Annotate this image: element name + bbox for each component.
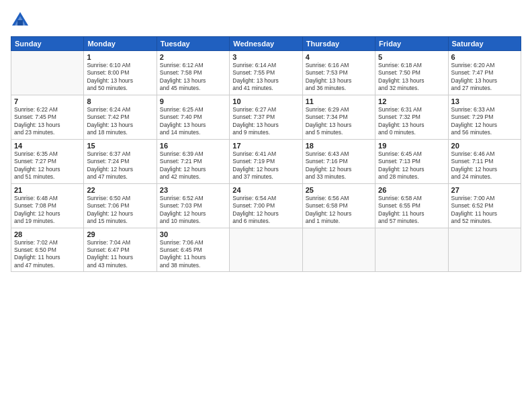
calendar-week-1: 1Sunrise: 6:10 AM Sunset: 8:00 PM Daylig… — [11, 51, 521, 95]
svg-rect-2 — [17, 20, 23, 26]
calendar-cell: 6Sunrise: 6:20 AM Sunset: 7:47 PM Daylig… — [448, 51, 521, 95]
day-number: 11 — [306, 97, 372, 105]
day-number: 2 — [160, 53, 226, 61]
day-number: 20 — [451, 142, 518, 150]
calendar-cell: 27Sunrise: 7:00 AM Sunset: 6:52 PM Dayli… — [448, 183, 521, 228]
day-info: Sunrise: 6:27 AM Sunset: 7:37 PM Dayligh… — [232, 106, 299, 137]
day-number: 3 — [232, 53, 299, 61]
day-number: 17 — [232, 142, 299, 150]
day-info: Sunrise: 6:46 AM Sunset: 7:11 PM Dayligh… — [451, 150, 518, 181]
day-number: 27 — [451, 186, 518, 194]
day-info: Sunrise: 7:02 AM Sunset: 6:50 PM Dayligh… — [14, 239, 81, 270]
calendar-cell: 25Sunrise: 6:56 AM Sunset: 6:58 PM Dayli… — [302, 183, 375, 228]
day-info: Sunrise: 6:35 AM Sunset: 7:27 PM Dayligh… — [14, 150, 81, 181]
calendar-cell: 24Sunrise: 6:54 AM Sunset: 7:00 PM Dayli… — [230, 183, 302, 228]
calendar-cell: 20Sunrise: 6:46 AM Sunset: 7:11 PM Dayli… — [448, 139, 521, 183]
calendar-cell: 5Sunrise: 6:18 AM Sunset: 7:50 PM Daylig… — [375, 51, 448, 95]
day-number: 26 — [378, 186, 445, 194]
calendar-cell: 17Sunrise: 6:41 AM Sunset: 7:19 PM Dayli… — [230, 139, 302, 183]
calendar-header-thursday: Thursday — [302, 37, 375, 51]
calendar: SundayMondayTuesdayWednesdayThursdayFrid… — [11, 36, 521, 272]
day-number: 13 — [451, 97, 518, 105]
day-info: Sunrise: 6:54 AM Sunset: 7:00 PM Dayligh… — [232, 195, 299, 226]
day-number: 16 — [160, 142, 226, 150]
day-info: Sunrise: 6:16 AM Sunset: 7:53 PM Dayligh… — [306, 62, 372, 93]
calendar-header-tuesday: Tuesday — [157, 37, 229, 51]
day-number: 30 — [160, 230, 226, 238]
day-info: Sunrise: 6:41 AM Sunset: 7:19 PM Dayligh… — [232, 150, 299, 181]
day-info: Sunrise: 6:31 AM Sunset: 7:32 PM Dayligh… — [378, 106, 445, 137]
day-info: Sunrise: 6:48 AM Sunset: 7:08 PM Dayligh… — [14, 195, 81, 226]
day-number: 22 — [87, 186, 153, 194]
day-info: Sunrise: 6:22 AM Sunset: 7:45 PM Dayligh… — [14, 106, 81, 137]
day-info: Sunrise: 6:10 AM Sunset: 8:00 PM Dayligh… — [87, 62, 153, 93]
day-number: 23 — [160, 186, 226, 194]
day-info: Sunrise: 7:06 AM Sunset: 6:45 PM Dayligh… — [160, 239, 226, 270]
calendar-cell: 22Sunrise: 6:50 AM Sunset: 7:06 PM Dayli… — [84, 183, 157, 228]
calendar-header-row: SundayMondayTuesdayWednesdayThursdayFrid… — [11, 37, 521, 51]
day-info: Sunrise: 6:52 AM Sunset: 7:03 PM Dayligh… — [160, 195, 226, 226]
day-info: Sunrise: 6:50 AM Sunset: 7:06 PM Dayligh… — [87, 195, 153, 226]
calendar-week-3: 14Sunrise: 6:35 AM Sunset: 7:27 PM Dayli… — [11, 139, 521, 183]
calendar-cell: 10Sunrise: 6:27 AM Sunset: 7:37 PM Dayli… — [230, 95, 302, 139]
calendar-week-4: 21Sunrise: 6:48 AM Sunset: 7:08 PM Dayli… — [11, 183, 521, 228]
header — [11, 11, 521, 30]
day-number: 9 — [160, 97, 226, 105]
calendar-cell: 29Sunrise: 7:04 AM Sunset: 6:47 PM Dayli… — [84, 228, 157, 272]
day-info: Sunrise: 6:39 AM Sunset: 7:21 PM Dayligh… — [160, 150, 226, 181]
calendar-cell: 26Sunrise: 6:58 AM Sunset: 6:55 PM Dayli… — [375, 183, 448, 228]
day-info: Sunrise: 6:37 AM Sunset: 7:24 PM Dayligh… — [87, 150, 153, 181]
logo-icon — [11, 11, 30, 30]
day-number: 1 — [87, 53, 153, 61]
day-number: 10 — [232, 97, 299, 105]
calendar-cell: 30Sunrise: 7:06 AM Sunset: 6:45 PM Dayli… — [157, 228, 229, 272]
day-number: 12 — [378, 97, 445, 105]
day-info: Sunrise: 7:00 AM Sunset: 6:52 PM Dayligh… — [451, 195, 518, 226]
day-number: 19 — [378, 142, 445, 150]
calendar-cell: 16Sunrise: 6:39 AM Sunset: 7:21 PM Dayli… — [157, 139, 229, 183]
calendar-header-wednesday: Wednesday — [230, 37, 302, 51]
day-info: Sunrise: 6:12 AM Sunset: 7:58 PM Dayligh… — [160, 62, 226, 93]
day-number: 28 — [14, 230, 81, 238]
day-info: Sunrise: 6:14 AM Sunset: 7:55 PM Dayligh… — [232, 62, 299, 93]
calendar-week-5: 28Sunrise: 7:02 AM Sunset: 6:50 PM Dayli… — [11, 228, 521, 272]
logo — [11, 11, 32, 30]
calendar-cell: 28Sunrise: 7:02 AM Sunset: 6:50 PM Dayli… — [11, 228, 84, 272]
day-info: Sunrise: 6:18 AM Sunset: 7:50 PM Dayligh… — [378, 62, 445, 93]
day-number: 8 — [87, 97, 153, 105]
day-info: Sunrise: 6:25 AM Sunset: 7:40 PM Dayligh… — [160, 106, 226, 137]
calendar-header-sunday: Sunday — [11, 37, 84, 51]
calendar-cell: 8Sunrise: 6:24 AM Sunset: 7:42 PM Daylig… — [84, 95, 157, 139]
day-number: 7 — [14, 97, 81, 105]
day-info: Sunrise: 6:29 AM Sunset: 7:34 PM Dayligh… — [306, 106, 372, 137]
calendar-header-saturday: Saturday — [448, 37, 521, 51]
page: SundayMondayTuesdayWednesdayThursdayFrid… — [0, 0, 532, 411]
calendar-cell: 18Sunrise: 6:43 AM Sunset: 7:16 PM Dayli… — [302, 139, 375, 183]
calendar-cell: 14Sunrise: 6:35 AM Sunset: 7:27 PM Dayli… — [11, 139, 84, 183]
calendar-cell: 9Sunrise: 6:25 AM Sunset: 7:40 PM Daylig… — [157, 95, 229, 139]
day-number: 6 — [451, 53, 518, 61]
calendar-cell: 11Sunrise: 6:29 AM Sunset: 7:34 PM Dayli… — [302, 95, 375, 139]
calendar-cell: 15Sunrise: 6:37 AM Sunset: 7:24 PM Dayli… — [84, 139, 157, 183]
day-info: Sunrise: 6:58 AM Sunset: 6:55 PM Dayligh… — [378, 195, 445, 226]
calendar-cell: 12Sunrise: 6:31 AM Sunset: 7:32 PM Dayli… — [375, 95, 448, 139]
day-number: 18 — [306, 142, 372, 150]
day-info: Sunrise: 6:20 AM Sunset: 7:47 PM Dayligh… — [451, 62, 518, 93]
day-number: 24 — [232, 186, 299, 194]
day-info: Sunrise: 7:04 AM Sunset: 6:47 PM Dayligh… — [87, 239, 153, 270]
day-info: Sunrise: 6:43 AM Sunset: 7:16 PM Dayligh… — [306, 150, 372, 181]
calendar-cell — [375, 228, 448, 272]
calendar-week-2: 7Sunrise: 6:22 AM Sunset: 7:45 PM Daylig… — [11, 95, 521, 139]
day-number: 15 — [87, 142, 153, 150]
calendar-cell — [230, 228, 302, 272]
day-number: 21 — [14, 186, 81, 194]
calendar-cell — [448, 228, 521, 272]
calendar-cell: 21Sunrise: 6:48 AM Sunset: 7:08 PM Dayli… — [11, 183, 84, 228]
day-info: Sunrise: 6:45 AM Sunset: 7:13 PM Dayligh… — [378, 150, 445, 181]
calendar-cell: 19Sunrise: 6:45 AM Sunset: 7:13 PM Dayli… — [375, 139, 448, 183]
day-info: Sunrise: 6:24 AM Sunset: 7:42 PM Dayligh… — [87, 106, 153, 137]
calendar-header-friday: Friday — [375, 37, 448, 51]
calendar-cell: 1Sunrise: 6:10 AM Sunset: 8:00 PM Daylig… — [84, 51, 157, 95]
calendar-cell: 3Sunrise: 6:14 AM Sunset: 7:55 PM Daylig… — [230, 51, 302, 95]
calendar-cell: 23Sunrise: 6:52 AM Sunset: 7:03 PM Dayli… — [157, 183, 229, 228]
